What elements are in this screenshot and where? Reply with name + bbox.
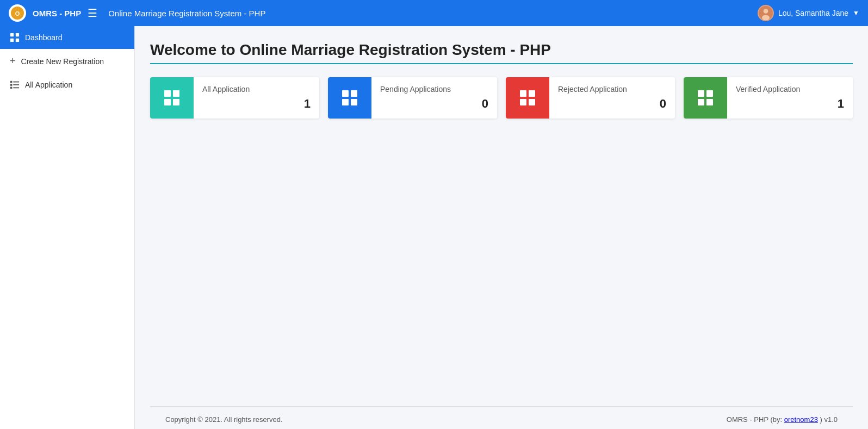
- hamburger-menu-icon[interactable]: ☰: [88, 7, 97, 20]
- sidebar-create-registration-label: Create New Registration: [21, 57, 104, 66]
- svg-rect-30: [706, 99, 713, 105]
- svg-rect-22: [351, 99, 357, 105]
- pending-card-body: Pending Applications 0: [371, 77, 497, 119]
- footer-author-link[interactable]: oretnom23: [784, 415, 818, 424]
- svg-rect-26: [529, 99, 535, 105]
- svg-rect-21: [342, 99, 349, 105]
- app-brand-label: OMRS - PHP: [33, 9, 81, 18]
- list-icon: [10, 80, 20, 90]
- svg-rect-28: [706, 90, 713, 97]
- footer-right-suffix: ) v1.0: [818, 415, 838, 424]
- verified-card-icon: [684, 77, 727, 119]
- sidebar-dashboard-label: Dashboard: [25, 33, 63, 42]
- svg-rect-16: [173, 90, 179, 97]
- svg-rect-6: [16, 33, 19, 36]
- stat-cards-container: All Application 1 Pending Applications: [150, 77, 853, 119]
- footer: Copyright © 2021. All rights reserved. O…: [150, 406, 853, 429]
- svg-rect-17: [164, 99, 171, 105]
- svg-rect-12: [13, 84, 19, 85]
- svg-rect-27: [698, 90, 704, 97]
- topnav-title-label: Online Marriage Registration System - PH…: [108, 9, 265, 18]
- svg-rect-23: [520, 90, 526, 97]
- rejected-card-count: 0: [558, 97, 666, 111]
- main-layout: Dashboard + Create New Registration All …: [0, 26, 868, 429]
- all-application-card-icon: [150, 77, 194, 119]
- svg-rect-18: [173, 99, 179, 105]
- user-avatar: [758, 5, 774, 21]
- sidebar-item-all-application[interactable]: All Application: [0, 73, 134, 96]
- svg-rect-13: [10, 87, 13, 89]
- rejected-card-icon: [506, 77, 549, 119]
- rejected-card-body: Rejected Application 0: [549, 77, 675, 119]
- stat-card-all-application[interactable]: All Application 1: [150, 77, 319, 119]
- user-dropdown-caret-icon[interactable]: ▼: [853, 9, 859, 17]
- svg-rect-15: [164, 90, 171, 97]
- svg-rect-20: [351, 90, 357, 97]
- stat-card-rejected[interactable]: Rejected Application 0: [506, 77, 675, 119]
- verified-card-count: 1: [736, 97, 844, 111]
- footer-copyright: Copyright © 2021. All rights reserved.: [165, 415, 283, 424]
- rejected-card-label: Rejected Application: [558, 85, 666, 94]
- svg-rect-14: [13, 88, 19, 89]
- svg-rect-8: [16, 39, 19, 42]
- topnav-right: Lou, Samantha Jane ▼: [758, 5, 859, 21]
- topnav-left: O OMRS - PHP ☰ Online Marriage Registrat…: [9, 4, 265, 22]
- svg-rect-5: [10, 33, 14, 36]
- svg-rect-10: [13, 82, 19, 83]
- svg-rect-9: [10, 81, 13, 83]
- svg-rect-25: [520, 99, 526, 105]
- sidebar-item-create-registration[interactable]: + Create New Registration: [0, 49, 134, 73]
- svg-rect-11: [10, 84, 13, 86]
- pending-card-icon: [328, 77, 371, 119]
- plus-icon: +: [10, 55, 16, 67]
- page-title: Welcome to Online Marriage Registration …: [150, 41, 853, 59]
- pending-card-label: Pending Applications: [380, 85, 488, 94]
- topnav-username-label[interactable]: Lou, Samantha Jane: [778, 9, 848, 17]
- sidebar: Dashboard + Create New Registration All …: [0, 26, 135, 429]
- svg-text:O: O: [15, 10, 20, 17]
- sidebar-item-dashboard[interactable]: Dashboard: [0, 26, 134, 49]
- pending-card-count: 0: [380, 97, 488, 111]
- stat-card-verified[interactable]: Verified Application 1: [684, 77, 853, 119]
- all-application-card-count: 1: [202, 97, 311, 111]
- app-logo: O: [9, 4, 26, 22]
- footer-right-prefix: OMRS - PHP (by:: [727, 415, 784, 424]
- svg-rect-7: [10, 39, 14, 42]
- verified-card-label: Verified Application: [736, 85, 844, 94]
- all-application-card-label: All Application: [202, 85, 311, 94]
- svg-rect-19: [342, 90, 349, 97]
- footer-right: OMRS - PHP (by: oretnom23 ) v1.0: [727, 415, 838, 424]
- all-application-card-body: All Application 1: [194, 77, 319, 119]
- sidebar-all-application-label: All Application: [25, 80, 72, 89]
- svg-rect-29: [698, 99, 704, 105]
- main-content: Welcome to Online Marriage Registration …: [135, 26, 868, 429]
- dashboard-icon: [10, 33, 20, 42]
- svg-point-3: [764, 9, 768, 14]
- stat-card-pending[interactable]: Pending Applications 0: [328, 77, 497, 119]
- svg-rect-24: [529, 90, 535, 97]
- verified-card-body: Verified Application 1: [727, 77, 853, 119]
- top-navbar: O OMRS - PHP ☰ Online Marriage Registrat…: [0, 0, 868, 26]
- page-divider: [150, 63, 853, 64]
